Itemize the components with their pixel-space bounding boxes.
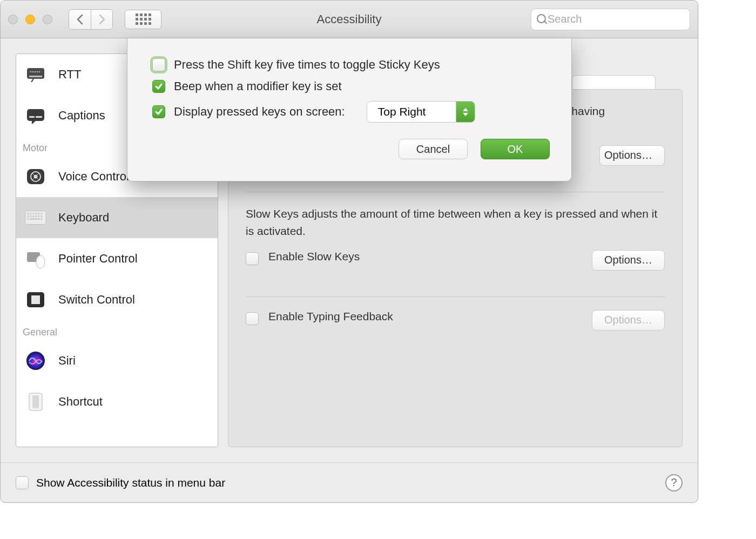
voice-control-icon [23, 164, 49, 190]
sidebar-item-label: Pointer Control [58, 252, 138, 266]
svg-point-5 [37, 71, 38, 73]
position-popup-value: Top Right [367, 102, 456, 122]
sidebar-item-shortcut[interactable]: Shortcut [16, 381, 218, 422]
enable-typing-feedback-label: Enable Typing Feedback [268, 310, 393, 323]
svg-rect-22 [32, 215, 34, 217]
svg-rect-25 [40, 215, 42, 217]
grid-icon [136, 14, 151, 25]
keyboard-icon [23, 205, 49, 231]
shift-five-times-checkbox[interactable] [152, 58, 165, 71]
sidebar-item-label: Keyboard [58, 211, 109, 225]
sidebar-item-label: Shortcut [58, 395, 103, 409]
svg-rect-21 [30, 215, 31, 217]
close-window-button[interactable] [8, 15, 18, 24]
show-status-checkbox[interactable] [16, 476, 29, 489]
display-pressed-checkbox[interactable] [152, 105, 165, 118]
sidebar-item-siri[interactable]: Siri [16, 340, 218, 381]
svg-rect-32 [31, 295, 40, 304]
ok-button[interactable]: OK [481, 139, 550, 159]
svg-rect-19 [40, 213, 42, 214]
sidebar-item-label: Switch Control [58, 293, 135, 307]
show-all-button[interactable] [125, 10, 161, 29]
search-icon [537, 14, 543, 25]
shift-five-times-label: Press the Shift key five times to toggle… [174, 58, 440, 72]
svg-rect-16 [32, 213, 34, 214]
rtt-icon [23, 62, 49, 87]
enable-typing-feedback-checkbox[interactable] [246, 312, 259, 325]
help-button[interactable]: ? [665, 474, 683, 491]
svg-point-3 [32, 71, 34, 73]
search-field[interactable] [531, 9, 690, 30]
option-display-pressed: Display pressed keys on screen: Top Righ… [152, 101, 550, 123]
sidebar-item-label: Siri [58, 354, 76, 368]
preferences-window: Accessibility RTT Ca [0, 0, 698, 503]
svg-rect-28 [40, 218, 42, 220]
button-label: Options… [604, 314, 652, 326]
shortcut-icon [23, 389, 49, 415]
cancel-button[interactable]: Cancel [399, 139, 468, 159]
siri-icon [23, 348, 49, 374]
svg-rect-1 [29, 76, 42, 77]
search-input[interactable] [548, 13, 684, 25]
question-mark-icon: ? [671, 476, 677, 489]
svg-rect-24 [38, 215, 39, 217]
back-button[interactable] [69, 10, 91, 29]
switch-control-icon [23, 287, 49, 313]
forward-button[interactable] [91, 10, 112, 29]
svg-rect-14 [27, 213, 29, 214]
display-pressed-label: Display pressed keys on screen: [174, 105, 345, 119]
nav-buttons [69, 9, 113, 30]
sidebar-item-switch-control[interactable]: Switch Control [16, 279, 218, 320]
option-beep: Beep when a modifier key is set [152, 79, 550, 93]
typing-feedback-section: Enable Typing Feedback Options… [228, 297, 682, 343]
window-controls [8, 15, 52, 24]
show-status-label: Show Accessibility status in menu bar [36, 476, 225, 489]
popup-stepper-icon [456, 102, 475, 122]
sidebar-item-label: RTT [58, 68, 81, 82]
pointer-control-icon [23, 246, 49, 272]
slow-keys-section: Slow Keys adjusts the amount of time bet… [228, 192, 682, 284]
button-label: Options… [604, 254, 652, 266]
slow-keys-options-button[interactable]: Options… [592, 250, 665, 271]
svg-rect-26 [27, 218, 29, 220]
svg-rect-23 [35, 215, 37, 217]
svg-point-4 [35, 71, 36, 73]
slow-keys-description: Slow Keys adjusts the amount of time bet… [246, 205, 665, 240]
svg-point-2 [30, 71, 32, 73]
zoom-window-button[interactable] [43, 15, 52, 24]
checkmark-icon [154, 82, 163, 91]
button-label: Options… [604, 149, 652, 161]
minimize-window-button[interactable] [25, 15, 35, 24]
beep-checkbox[interactable] [152, 80, 165, 93]
svg-rect-15 [30, 213, 31, 214]
enable-slow-keys-label: Enable Slow Keys [268, 250, 360, 263]
sticky-keys-options-button[interactable]: Options… [599, 145, 665, 166]
beep-label: Beep when a modifier key is set [174, 79, 342, 93]
chevron-left-icon [76, 14, 84, 25]
titlebar: Accessibility [1, 1, 698, 38]
sidebar-item-keyboard[interactable]: Keyboard [16, 197, 218, 238]
svg-rect-27 [30, 218, 39, 220]
typing-feedback-options-button: Options… [592, 310, 665, 331]
svg-rect-20 [27, 215, 29, 217]
enable-slow-keys-checkbox[interactable] [246, 252, 259, 265]
svg-rect-18 [38, 213, 39, 214]
captions-icon [23, 103, 49, 129]
button-label: OK [508, 143, 523, 155]
svg-rect-17 [35, 213, 37, 214]
button-label: Cancel [416, 143, 450, 155]
position-popup[interactable]: Top Right [367, 101, 475, 123]
svg-point-6 [39, 71, 40, 73]
sticky-keys-description-tail: ut having [559, 103, 665, 120]
sidebar-section-general: General [16, 320, 218, 340]
svg-rect-7 [27, 109, 44, 121]
sheet-buttons: Cancel OK [152, 139, 550, 159]
checkmark-icon [154, 107, 163, 116]
option-shift-five-times: Press the Shift key five times to toggle… [152, 58, 550, 72]
svg-point-30 [36, 255, 45, 268]
svg-rect-35 [32, 395, 39, 408]
sidebar-item-label: Voice Control [58, 170, 129, 184]
svg-rect-8 [29, 116, 35, 118]
footer: Show Accessibility status in menu bar ? [1, 462, 698, 502]
sidebar-item-pointer-control[interactable]: Pointer Control [16, 238, 218, 279]
